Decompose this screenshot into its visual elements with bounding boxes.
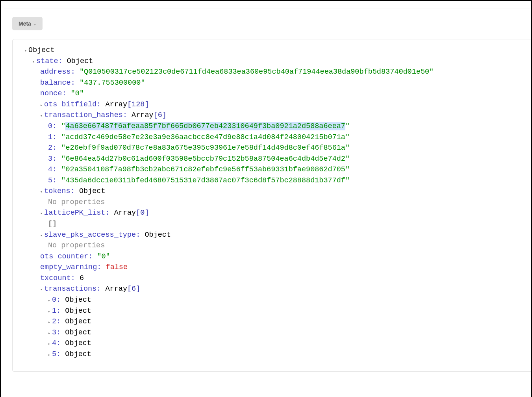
meta-dropdown-button[interactable]: Meta ⌄ <box>12 17 43 30</box>
tx-hash-4[interactable]: 4: "02a3504108f7a98fb3cb2abc671c82efebfc… <box>17 164 529 175</box>
state-key[interactable]: state: Object <box>17 56 529 67</box>
transactions-key[interactable]: transactions: Array[6] <box>17 284 529 295</box>
transaction-2[interactable]: 2: Object <box>17 316 529 327</box>
top-border-bar <box>4 1 530 9</box>
empty-warning-field[interactable]: empty_warning: false <box>17 262 529 273</box>
transaction-5[interactable]: 5: Object <box>17 349 529 360</box>
tx-hash-1[interactable]: 1: "acdd37c469de58e7e23e3a9e36aacbcc8e47… <box>17 132 529 143</box>
transaction-0[interactable]: 0: Object <box>17 295 529 306</box>
root-object[interactable]: Object <box>17 45 529 56</box>
transaction-3[interactable]: 3: Object <box>17 327 529 338</box>
tx-hash-0[interactable]: 0: "4a63e667487f6afeaa85f7bf665db0677eb4… <box>17 121 529 132</box>
ots-bitfield-key[interactable]: ots_bitfield: Array[128] <box>17 99 529 110</box>
latticepk-key[interactable]: latticePK_list: Array[0] <box>17 208 529 219</box>
transaction-hashes-key[interactable]: transaction_hashes: Array[6] <box>17 110 529 121</box>
meta-label: Meta <box>19 20 31 27</box>
balance-field[interactable]: balance: "437.755300000" <box>17 78 529 89</box>
slave-no-properties: No properties <box>17 240 529 251</box>
tx-hash-5[interactable]: 5: "435da6dcc1e0311bfed4680751531e7d3867… <box>17 175 529 186</box>
transaction-1[interactable]: 1: Object <box>17 306 529 317</box>
latticepk-empty: [] <box>17 219 529 230</box>
tokens-key[interactable]: tokens: Object <box>17 186 529 197</box>
nonce-field[interactable]: nonce: "0" <box>17 88 529 99</box>
tokens-no-properties: No properties <box>17 197 529 208</box>
txcount-field[interactable]: txcount: 6 <box>17 273 529 284</box>
tx-hash-2[interactable]: 2: "e26ebf9f9ad070d78c7e8a83a675e395c939… <box>17 143 529 154</box>
transaction-4[interactable]: 4: Object <box>17 338 529 349</box>
json-tree-panel: Object state: Object address: "Q01050031… <box>12 39 532 372</box>
slave-pks-key[interactable]: slave_pks_access_type: Object <box>17 230 529 241</box>
chevron-down-icon: ⌄ <box>33 22 36 26</box>
tx-hash-3[interactable]: 3: "6e864ea54d27b0c61ad600f03598e5bccb79… <box>17 154 529 165</box>
address-field[interactable]: address: "Q010500317ce502123c0de6711fd4e… <box>17 67 529 78</box>
ots-counter-field[interactable]: ots_counter: "0" <box>17 251 529 262</box>
